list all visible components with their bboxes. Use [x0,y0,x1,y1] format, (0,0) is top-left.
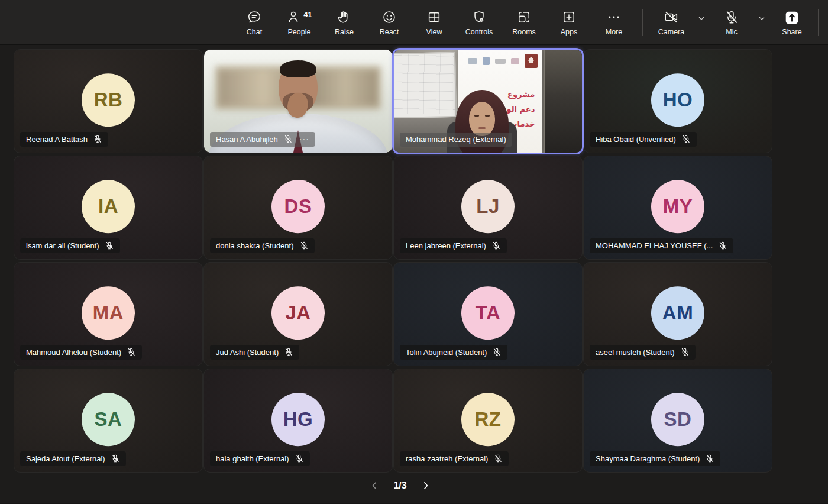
participant-avatar: TA [461,286,515,340]
name-pill: MOHAMMAD ELHAJ YOUSEF (... [590,238,733,253]
participant-name: donia shakra (Student) [216,241,294,250]
previous-page-button[interactable] [367,479,381,493]
participant-tile-14[interactable]: HGhala ghaith (External) [204,369,392,472]
mic-button[interactable]: Mic [709,8,754,36]
name-pill: donia shakra (Student) [210,238,315,253]
participant-name: Reenad A Battash [26,135,88,144]
participant-name: MOHAMMAD ELHAJ YOUSEF (... [596,241,713,250]
participant-name: Hasan A Abuhijleh [216,135,278,144]
name-pill: rasha zaatreh (External) [400,451,509,466]
participant-name: hala ghaith (External) [216,454,289,463]
camera-options-chevron-icon[interactable] [694,14,709,23]
toolbar-item-rooms[interactable]: Rooms [502,8,546,36]
share-button[interactable]: Share [769,8,814,36]
mic-label: Mic [726,28,737,36]
participant-tile-15[interactable]: RZrasha zaatreh (External) [394,369,582,472]
participant-tile-16[interactable]: SDShaymaa Daraghma (Student) [584,369,772,472]
toolbar-item-label: Controls [465,28,493,36]
mic-combo: Mic [709,8,769,36]
whiteboard [394,52,457,118]
participant-tile-6[interactable]: DSdonia shakra (Student) [204,156,392,259]
doorway [544,50,582,153]
participant-tile-7[interactable]: LJLeen jabreen (External) [394,156,582,259]
camera-combo: Camera [649,8,709,36]
mic-muted-icon [681,134,691,144]
toolbar-item-more[interactable]: More [591,8,636,36]
mic-muted-icon [492,347,502,357]
camera-button[interactable]: Camera [649,8,694,36]
participant-avatar: IA [82,180,135,233]
participant-tile-3[interactable]: مشروعدعم الوصـخدماتفي الحـMohammad Rezeq… [394,50,582,153]
participant-avatar: SD [651,393,704,446]
participant-tile-13[interactable]: SASajeda Atout (External) [14,369,202,472]
meeting-stage: RBReenad A BattashHasan A Abuhijleh···مش… [0,45,828,503]
participant-tile-8[interactable]: MYMOHAMMAD ELHAJ YOUSEF (... [584,156,772,259]
toolbar-item-controls[interactable]: Controls [457,8,502,36]
camera-off-icon [664,9,679,25]
mic-muted-icon [680,347,690,357]
participant-avatar: JA [271,286,325,340]
participant-avatar: AM [651,286,704,340]
mic-muted-icon [283,134,293,144]
participant-tile-5[interactable]: IAisam dar ali (Student) [14,156,202,259]
meeting-toolbar: Chat41PeopleRaiseReactViewControlsRoomsA… [0,0,828,45]
participant-grid: RBReenad A BattashHasan A Abuhijleh···مش… [14,50,786,472]
participant-name: rasha zaatreh (External) [406,454,488,463]
toolbar-item-view[interactable]: View [412,8,457,36]
grid-pagination: 1/3 [14,472,786,499]
name-pill: Leen jabreen (External) [400,238,507,253]
name-pill: Shaymaa Daraghma (Student) [590,451,720,466]
mic-muted-icon [299,241,309,250]
tile-more-menu[interactable]: ··· [298,134,309,144]
toolbar-item-raise[interactable]: Raise [322,8,367,36]
participant-avatar: MY [651,180,704,233]
toolbar-item-apps[interactable]: Apps [546,8,591,36]
share-icon [784,9,800,26]
toolbar-item-label: People [288,28,311,36]
raise-icon [337,9,352,25]
participant-name: Jud Ashi (Student) [216,348,279,357]
name-pill: Tolin Abujneid (Student) [400,345,507,360]
view-icon [426,9,442,25]
mic-muted-icon [295,454,304,463]
participant-name: aseel musleh (Student) [596,348,675,357]
mic-muted-icon [491,241,501,250]
toolbar-separator [642,9,643,36]
mic-muted-icon [718,241,727,250]
mic-muted-icon [493,454,503,463]
name-pill: Mahmoud Alhelou (Student) [20,345,142,360]
participant-tile-11[interactable]: TATolin Abujneid (Student) [394,263,582,366]
participant-tile-4[interactable]: HOHiba Obaid (Unverified) [584,50,772,153]
name-pill: Jud Ashi (Student) [210,345,299,360]
red-logo [525,54,538,68]
mic-options-chevron-icon[interactable] [754,14,769,23]
next-page-button[interactable] [419,479,433,493]
toolbar-items: Chat41PeopleRaiseReactViewControlsRoomsA… [232,8,636,36]
toolbar-item-react[interactable]: React [367,8,412,36]
name-pill: Hasan A Abuhijleh··· [210,132,315,147]
mic-muted-icon [705,454,714,463]
mic-off-icon [724,9,739,25]
participant-name: Hiba Obaid (Unverified) [596,135,676,144]
participant-tile-12[interactable]: AMaseel musleh (Student) [584,263,772,366]
participant-avatar: SA [82,393,135,446]
react-icon [381,9,397,25]
toolbar-item-people[interactable]: 41People [277,8,322,36]
more-icon [606,9,622,25]
participant-tile-1[interactable]: RBReenad A Battash [14,50,202,153]
mic-muted-icon [127,347,136,357]
toolbar-item-chat[interactable]: Chat [232,8,277,36]
chat-icon [247,9,262,25]
participant-tile-10[interactable]: JAJud Ashi (Student) [204,263,392,366]
participant-tile-9[interactable]: MAMahmoud Alhelou (Student) [14,263,202,366]
rooms-icon [516,9,532,25]
toolbar-item-label: Raise [335,28,354,36]
banner-logos [465,54,538,68]
participant-avatar: HG [271,393,325,446]
page-indicator: 1/3 [393,480,406,491]
toolbar-item-label: Rooms [512,28,536,36]
participant-tile-2[interactable]: Hasan A Abuhijleh··· [204,50,392,153]
participant-name: Leen jabreen (External) [406,241,486,250]
name-pill: Hiba Obaid (Unverified) [590,132,697,147]
name-pill: Mohammad Rezeq (External) [400,133,512,147]
